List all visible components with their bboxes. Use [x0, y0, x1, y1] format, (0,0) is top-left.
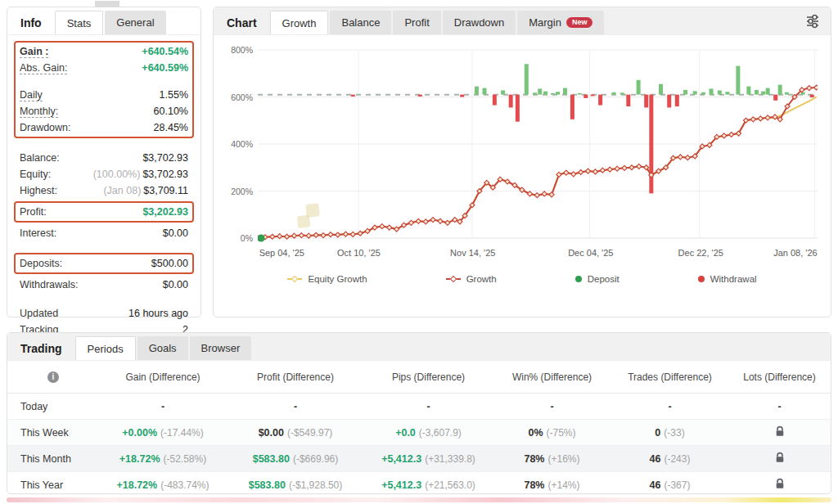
info-icon[interactable]: i: [47, 371, 59, 383]
cell-main-value: 46: [650, 479, 661, 491]
y-axis-labels: 0%200%400%600%800%: [225, 43, 253, 245]
growth-point-marker: [685, 155, 690, 160]
value-cell: $583.80(-$669.96): [227, 453, 364, 465]
highlight-box: Gain :+640.54%Abs. Gain:+640.59%Daily1.5…: [14, 41, 194, 138]
tab-margin[interactable]: MarginNew: [517, 11, 604, 34]
growth-point-marker: [350, 232, 355, 236]
stat-value-wrap: $3,702.93: [142, 152, 188, 164]
stat-label: Profit:: [20, 206, 47, 218]
stats-body: Gain :+640.54%Abs. Gain:+640.59%Daily1.5…: [7, 35, 200, 346]
stat-label[interactable]: Abs. Gain:: [20, 62, 67, 74]
legend-item-withdrawal[interactable]: Withdrawal: [698, 274, 757, 284]
stat-value: $3,702.93: [142, 152, 188, 164]
cell-diff-value: (-483.74%): [160, 479, 209, 491]
deposit-bar: [725, 92, 729, 94]
chart-settings-sliders-icon[interactable]: [803, 11, 822, 34]
tab-label: Drawdown: [454, 16, 504, 29]
stat-value-prefix: (100.00%): [93, 169, 141, 180]
stat-value: $3,702.93: [142, 169, 188, 180]
stat-value: 1.55%: [160, 89, 188, 101]
growth-point-marker: [423, 219, 428, 224]
cell-diff-value: (+31,339.8): [425, 453, 475, 465]
value-cell: +0.00%(-17.44%): [99, 427, 227, 439]
legend-item-growth[interactable]: Growth: [446, 274, 497, 284]
chart-panel: ChartGrowthBalanceProfitDrawdownMarginNe…: [213, 7, 831, 317]
growth-chart-svg[interactable]: [258, 43, 818, 245]
growth-line: [258, 88, 817, 238]
legend-diamond: [449, 276, 456, 282]
deposit-bar: [543, 92, 547, 95]
stat-row-profit: Profit:$3,202.93: [20, 204, 188, 220]
cell-main-value: 46: [650, 453, 661, 465]
withdrawal-bar: [591, 95, 595, 97]
cell-main-value: +0.0: [395, 427, 416, 439]
deposit-bar: [578, 93, 582, 95]
column-header-profit: Profit (Difference): [227, 371, 364, 383]
stat-label[interactable]: Gain :: [20, 46, 48, 58]
tab-general[interactable]: General: [105, 11, 165, 34]
growth-point-marker: [306, 233, 311, 238]
withdrawal-bar: [598, 95, 602, 106]
tab-goals[interactable]: Goals: [137, 336, 188, 360]
deposit-bar: [501, 90, 505, 94]
legend-diamond: [291, 276, 298, 282]
lock-icon: [775, 452, 785, 466]
value-cell: 78%(+14%): [493, 479, 611, 491]
stat-label[interactable]: Monthly:: [20, 106, 58, 118]
stat-row-daily: Daily1.55%: [20, 87, 188, 103]
tab-periods[interactable]: Periods: [75, 336, 136, 360]
tab-trading[interactable]: Trading: [16, 336, 74, 360]
table-info-cell: i: [7, 371, 99, 383]
cell-diff-value: (-$549.97): [287, 427, 332, 439]
tab-drawdown[interactable]: Drawdown: [443, 11, 516, 34]
chart-plot[interactable]: 0%200%400%600%800%: [258, 43, 819, 245]
withdrawal-bar: [667, 95, 671, 108]
stat-row-monthly: Monthly:60.10%: [20, 103, 188, 119]
stat-row-interest: Interest:$0.00: [20, 225, 188, 241]
x-tick-label: Oct 10, '25: [337, 248, 381, 258]
deposit-bar: [637, 80, 641, 95]
growth-point-marker: [416, 218, 421, 223]
withdrawal-bar: [516, 95, 520, 122]
value-cell: +18.72%(-483.74%): [99, 479, 227, 491]
deposit-bar: [755, 90, 759, 95]
stat-label[interactable]: Daily: [20, 89, 43, 101]
deposit-bar: [746, 87, 750, 95]
legend-item-deposit[interactable]: Deposit: [575, 274, 619, 284]
withdrawal-bar: [351, 95, 355, 97]
withdrawal-bar: [644, 95, 648, 108]
value-cell: $583.80(-$1,928.50): [227, 479, 364, 491]
tab-growth[interactable]: Growth: [270, 11, 329, 34]
period-label: This Week: [7, 427, 99, 439]
tab-balance[interactable]: Balance: [330, 11, 391, 34]
cell-main-value: +18.72%: [119, 453, 160, 465]
tab-chart[interactable]: Chart: [222, 11, 268, 34]
x-tick-label: Jan 08, '26: [773, 248, 817, 258]
tab-browser[interactable]: Browser: [190, 336, 252, 360]
tab-info[interactable]: Info: [16, 11, 53, 34]
chart-legend: Equity GrowthGrowthDepositWithdrawal: [225, 274, 819, 284]
growth-point-marker: [299, 233, 304, 238]
growth-point-marker: [564, 170, 569, 175]
cell-diff-value: (+21,563.0): [425, 479, 475, 491]
cell-diff-value: (-3,607.9): [419, 427, 462, 439]
deposit-bar: [785, 92, 789, 95]
cell-diff-value: (-367): [664, 479, 690, 491]
legend-item-equity-growth[interactable]: Equity Growth: [287, 274, 367, 284]
growth-point-marker: [622, 165, 627, 170]
stat-value-wrap: +640.59%: [142, 62, 188, 74]
x-tick-label: Dec 04, '25: [568, 248, 613, 258]
legend-label: Growth: [466, 274, 497, 284]
cell-main-value: -: [294, 401, 297, 412]
cell-main-value: $583.80: [253, 453, 290, 465]
value-cell: 0%(-75%): [493, 427, 611, 439]
deposit-bar: [475, 87, 479, 95]
tab-label: Info: [20, 16, 42, 29]
tab-label: Growth: [282, 17, 317, 29]
tab-profit[interactable]: Profit: [393, 11, 440, 34]
stat-value-wrap: $500.00: [151, 258, 188, 269]
cell-diff-value: (-17.44%): [160, 427, 204, 439]
tab-stats[interactable]: Stats: [55, 11, 104, 34]
legend-dot-icon: [698, 276, 705, 282]
tab-label: Periods: [88, 343, 124, 355]
